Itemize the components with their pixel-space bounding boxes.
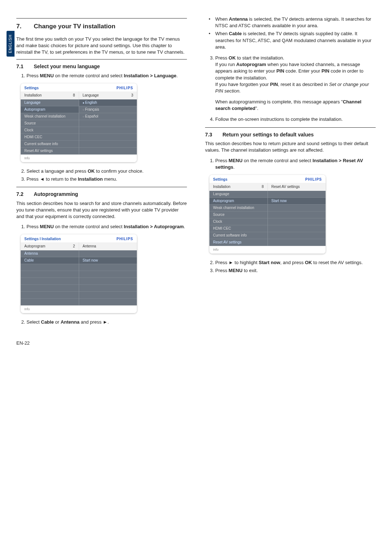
text-bold: MENU xyxy=(40,73,54,78)
menu-left-title: Installation xyxy=(24,93,42,98)
text: to highlight xyxy=(233,260,259,265)
section-number: 7.2 xyxy=(16,191,34,198)
section-title: Select your menu language xyxy=(34,63,100,70)
menu-right-panel: Start now xyxy=(79,250,137,305)
text: Select xyxy=(26,319,41,325)
text-bold: Installation > Language xyxy=(124,73,176,78)
menu-breadcrumb: Settings xyxy=(24,86,38,91)
menu-item: Weak channel installation xyxy=(209,205,268,212)
menu-item: Clock xyxy=(21,127,79,134)
menu-option: Start now xyxy=(268,198,326,205)
section-number: 7.3 xyxy=(205,131,222,139)
text: to confirm your choice. xyxy=(95,168,143,174)
section-number: 7.1 xyxy=(16,63,34,70)
philips-logo: PHILIPS xyxy=(117,86,133,91)
menu-left-panel: Language Autoprogram Weak channel instal… xyxy=(21,99,79,155)
text: . xyxy=(176,73,178,78)
menu-left-panel: Language Autoprogram Weak channel instal… xyxy=(209,191,268,246)
step: Select Cable or Antenna and press ►. xyxy=(26,319,187,325)
rule xyxy=(16,59,187,59)
step: Press MENU on the remote control and sel… xyxy=(26,223,187,230)
text-bold: MENU xyxy=(229,158,242,163)
step: Press MENU on the remote control and sel… xyxy=(26,73,187,79)
step: Press MENU on the remote control and sel… xyxy=(215,157,376,171)
steps-7-2-cont: Select Cable or Antenna and press ►. xyxy=(16,319,187,325)
menu-item: Language xyxy=(21,99,79,106)
menu-right-title: Antenna xyxy=(83,244,96,249)
menu-empty xyxy=(268,212,326,218)
text: to reset the AV settings. xyxy=(312,260,363,265)
rule xyxy=(205,127,376,128)
text: on the remote control and select xyxy=(54,224,124,229)
menu-empty xyxy=(79,264,137,271)
text: When xyxy=(215,31,229,36)
steps-7-1-cont: Select a language and press OK to confir… xyxy=(16,168,187,182)
right-arrow-icon: ► xyxy=(229,260,233,265)
menu-empty xyxy=(21,264,79,271)
text: on the remote control and select xyxy=(242,158,313,163)
page-number: EN-22 xyxy=(16,340,187,346)
paragraph: This section describes how to return pic… xyxy=(205,140,376,153)
text: If you have forgotten your xyxy=(215,82,270,87)
menu-left-title: Autoprogram xyxy=(24,244,45,249)
menu-right-title: Reset AV settings xyxy=(271,184,300,189)
text: code. Enter your xyxy=(284,68,322,74)
menu-empty xyxy=(79,292,137,299)
menu-left-count: 8 xyxy=(73,93,75,98)
menu-item: Cable xyxy=(21,257,79,264)
menu-empty xyxy=(79,120,137,127)
steps-7-2-right: Press OK to start the installation. If y… xyxy=(205,55,376,94)
chapter-title: Change your TV installation xyxy=(34,22,115,31)
menu-breadcrumb: Settings xyxy=(213,177,227,182)
menu-item: Language xyxy=(209,191,268,198)
tv-menu-reset-av: Settings PHILIPS Installation8 Reset AV … xyxy=(209,175,326,254)
philips-logo: PHILIPS xyxy=(117,237,133,242)
menu-empty xyxy=(21,299,79,305)
menu-item: Current software info xyxy=(21,141,79,148)
menu-empty xyxy=(79,278,137,285)
step: Press ► to highlight Start now, and pres… xyxy=(215,259,376,266)
left-arrow-icon: ◄ xyxy=(40,176,45,182)
text: . xyxy=(184,224,185,229)
step: Select a language and press OK to confir… xyxy=(26,168,187,175)
text: Press xyxy=(215,55,229,61)
menu-option: Français xyxy=(79,106,137,113)
text: ". xyxy=(256,106,258,111)
menu-empty xyxy=(268,191,326,198)
text-bold: MENU xyxy=(229,268,242,273)
chapter-number: 7. xyxy=(16,22,34,31)
menu-item: Current software info xyxy=(209,232,268,239)
menu-empty xyxy=(79,127,137,134)
menu-footer: Info xyxy=(209,246,326,254)
text: Select a language and press xyxy=(26,168,87,174)
text: Press xyxy=(215,260,229,265)
menu-item: Weak channel installation xyxy=(21,113,79,120)
text: menu. xyxy=(103,176,117,182)
steps-7-2: Press MENU on the remote control and sel… xyxy=(16,223,187,230)
text: . xyxy=(233,164,235,170)
menu-empty xyxy=(79,148,137,155)
rule xyxy=(16,187,187,187)
text: to start the installation. xyxy=(236,55,284,61)
text-bold: Cable xyxy=(41,319,54,325)
text: , and press xyxy=(280,260,305,265)
text: . xyxy=(107,319,109,325)
chapter-heading: 7. Change your TV installation xyxy=(16,22,187,31)
text: When xyxy=(215,16,229,22)
menu-item: Clock xyxy=(209,218,268,225)
section-7-1-heading: 7.1 Select your menu language xyxy=(16,63,187,70)
menu-empty xyxy=(268,239,326,246)
text: to exit. xyxy=(242,268,258,273)
menu-item: Reset AV settings xyxy=(21,148,79,155)
menu-item: Source xyxy=(209,212,268,218)
menu-empty xyxy=(21,278,79,285)
text-bold: OK xyxy=(229,55,236,61)
text-bold: Start now xyxy=(259,260,280,265)
menu-empty xyxy=(79,299,137,305)
menu-empty xyxy=(21,292,79,299)
rule xyxy=(16,18,187,19)
text: , reset it as described in xyxy=(278,82,329,87)
text-bold: Antenna xyxy=(61,319,79,325)
menu-right-panel: English Français Español xyxy=(79,99,137,155)
text: If you run xyxy=(215,62,236,67)
